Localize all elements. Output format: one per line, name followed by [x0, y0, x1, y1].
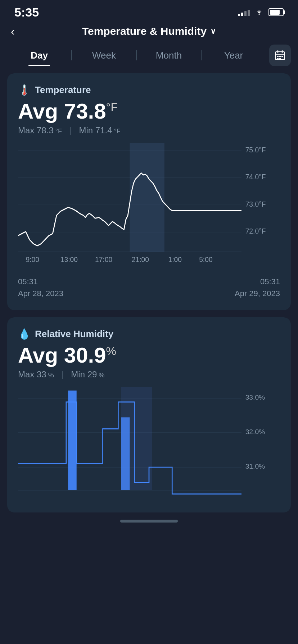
temp-section-title: Temperature — [35, 84, 91, 96]
svg-text:17:00: 17:00 — [95, 255, 112, 263]
temperature-chart: 75.0°F 74.0°F 73.0°F 72.0°F 9:00 13:00 1… — [18, 143, 280, 272]
header: ‹ Temperature & Humidity ∨ — [0, 22, 298, 45]
temp-minmax: Max 78.3 °F | Min 71.4 °F — [18, 125, 280, 135]
svg-text:74.0°F: 74.0°F — [245, 173, 266, 181]
page-title: Temperature & Humidity ∨ — [82, 25, 216, 37]
signal-icon — [238, 8, 250, 16]
humidity-chart: 33.0% 32.0% 31.0% — [18, 387, 280, 502]
svg-text:32.0%: 32.0% — [245, 428, 265, 436]
droplet-icon: 💧 — [18, 328, 31, 340]
svg-rect-9 — [279, 58, 281, 59]
svg-rect-30 — [68, 391, 77, 490]
svg-text:72.0°F: 72.0°F — [245, 227, 266, 235]
back-button[interactable]: ‹ — [11, 25, 15, 38]
thermometer-icon: 🌡️ — [18, 84, 31, 96]
svg-text:73.0°F: 73.0°F — [245, 200, 266, 208]
battery-icon — [268, 8, 284, 16]
status-icons — [238, 7, 284, 17]
svg-rect-8 — [277, 58, 279, 59]
temp-date-end: 05:31 Apr 29, 2023 — [235, 276, 280, 299]
svg-text:9:00: 9:00 — [26, 255, 39, 263]
humidity-avg-value: Avg 30.9% — [18, 344, 280, 367]
temp-date-range: 05:31 Apr 28, 2023 05:31 Apr 29, 2023 — [18, 276, 280, 299]
dropdown-chevron-icon[interactable]: ∨ — [210, 27, 216, 36]
temp-max-label: Max 78.3 °F — [18, 125, 62, 135]
humidity-max-label: Max 33 % — [18, 369, 54, 379]
temp-min-label: Min 71.4 °F — [79, 125, 121, 135]
svg-rect-15 — [130, 143, 164, 252]
tab-month[interactable]: Month — [137, 45, 201, 66]
status-bar: 5:35 — [0, 0, 298, 22]
scroll-indicator — [120, 520, 178, 523]
temp-section-header: 🌡️ Temperature — [18, 84, 280, 96]
temp-date-start: 05:31 Apr 28, 2023 — [18, 276, 63, 299]
temp-avg-value: Avg 73.8°F — [18, 100, 280, 123]
svg-point-0 — [259, 14, 260, 15]
tab-year[interactable]: Year — [202, 45, 266, 66]
svg-text:1:00: 1:00 — [168, 255, 182, 263]
humidity-minmax: Max 33 % | Min 29 % — [18, 369, 280, 380]
svg-text:13:00: 13:00 — [60, 255, 78, 263]
tab-week[interactable]: Week — [72, 45, 136, 66]
svg-rect-5 — [277, 56, 279, 57]
svg-text:21:00: 21:00 — [132, 255, 149, 263]
temperature-card: 🌡️ Temperature Avg 73.8°F Max 78.3 °F | … — [7, 73, 291, 310]
calendar-button[interactable] — [269, 45, 291, 66]
svg-text:5:00: 5:00 — [199, 255, 212, 263]
svg-text:75.0°F: 75.0°F — [245, 146, 266, 154]
svg-rect-6 — [279, 56, 281, 57]
humidity-section-header: 💧 Relative Humidity — [18, 328, 280, 340]
svg-rect-7 — [281, 56, 283, 57]
humidity-card: 💧 Relative Humidity Avg 30.9% Max 33 % |… — [7, 317, 291, 512]
svg-text:31.0%: 31.0% — [245, 463, 265, 470]
status-time: 5:35 — [14, 5, 39, 19]
svg-text:33.0%: 33.0% — [245, 394, 265, 401]
tab-bar: Day Week Month Year — [0, 45, 298, 66]
wifi-icon — [254, 7, 264, 17]
humidity-min-label: Min 29 % — [71, 369, 104, 379]
humidity-section-title: Relative Humidity — [35, 328, 113, 340]
tab-day[interactable]: Day — [7, 45, 71, 66]
